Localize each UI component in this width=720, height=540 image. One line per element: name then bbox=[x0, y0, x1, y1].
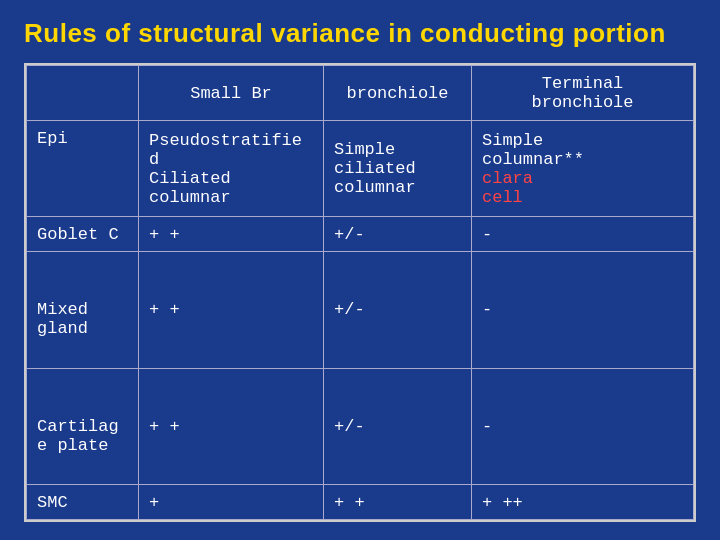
epi-label: Epi bbox=[27, 121, 139, 217]
cartilag-terminal: - bbox=[472, 368, 694, 485]
cartilag-label: Cartilag e plate bbox=[27, 368, 139, 485]
cartilag-smallbr-val: + + bbox=[149, 417, 180, 436]
header-terminal-line1: Terminal bbox=[542, 74, 624, 93]
smc-terminal: + ++ bbox=[472, 485, 694, 520]
epi-terminal-l1: Simple bbox=[482, 131, 543, 150]
table-row-cartilag: Cartilag e plate + + +/- - bbox=[27, 368, 694, 485]
mixed-terminal-val: - bbox=[482, 300, 492, 319]
goblet-terminal: - bbox=[472, 217, 694, 252]
epi-smallbr-l1: Pseudostratifie bbox=[149, 131, 302, 150]
main-table: Small Br bronchiole Terminal bronchiole … bbox=[26, 65, 694, 520]
header-bronchiole: bronchiole bbox=[346, 84, 448, 103]
goblet-label-text: Goblet C bbox=[37, 225, 119, 244]
header-smallbr: Small Br bbox=[190, 84, 272, 103]
smc-smallbr: + bbox=[139, 485, 324, 520]
goblet-bronchiole: +/- bbox=[324, 217, 472, 252]
page-title: Rules of structural variance in conducti… bbox=[24, 18, 696, 49]
smc-smallbr-val: + bbox=[149, 493, 159, 512]
cartilag-smallbr: + + bbox=[139, 368, 324, 485]
mixed-bronchiole: +/- bbox=[324, 251, 472, 368]
page: Rules of structural variance in conducti… bbox=[0, 0, 720, 540]
table-row-mixed: Mixed gland + + +/- - bbox=[27, 251, 694, 368]
epi-terminal-l4: cell bbox=[482, 188, 523, 207]
header-col1 bbox=[27, 66, 139, 121]
header-terminal-line2: bronchiole bbox=[531, 93, 633, 112]
epi-terminal-l2: columnar** bbox=[482, 150, 584, 169]
epi-terminal-l3: clara bbox=[482, 169, 533, 188]
table-wrapper: Small Br bronchiole Terminal bronchiole … bbox=[24, 63, 696, 522]
cartilag-bronchiole: +/- bbox=[324, 368, 472, 485]
smc-bronchiole-val: + + bbox=[334, 493, 365, 512]
epi-bronchiole-l1: Simple bbox=[334, 140, 395, 159]
smc-label-text: SMC bbox=[37, 493, 68, 512]
epi-terminal: Simple columnar** clara cell bbox=[472, 121, 694, 217]
goblet-smallbr-val: + + bbox=[149, 225, 180, 244]
header-col3: bronchiole bbox=[324, 66, 472, 121]
epi-smallbr: Pseudostratifie d Ciliated columnar bbox=[139, 121, 324, 217]
mixed-label: Mixed gland bbox=[27, 251, 139, 368]
mixed-bronchiole-val: +/- bbox=[334, 300, 365, 319]
epi-label-text: Epi bbox=[37, 129, 68, 148]
mixed-smallbr: + + bbox=[139, 251, 324, 368]
smc-terminal-val: + ++ bbox=[482, 493, 523, 512]
mixed-terminal: - bbox=[472, 251, 694, 368]
cartilag-label-text: Cartilag e plate bbox=[37, 417, 119, 455]
goblet-bronchiole-val: +/- bbox=[334, 225, 365, 244]
table-header-row: Small Br bronchiole Terminal bronchiole bbox=[27, 66, 694, 121]
smc-label: SMC bbox=[27, 485, 139, 520]
goblet-label: Goblet C bbox=[27, 217, 139, 252]
table-row-goblet: Goblet C + + +/- - bbox=[27, 217, 694, 252]
epi-smallbr-l4: columnar bbox=[149, 188, 231, 207]
header-col4: Terminal bronchiole bbox=[472, 66, 694, 121]
smc-bronchiole: + + bbox=[324, 485, 472, 520]
table-row-smc: SMC + + + + ++ bbox=[27, 485, 694, 520]
epi-smallbr-l3: Ciliated bbox=[149, 169, 231, 188]
goblet-terminal-val: - bbox=[482, 225, 492, 244]
epi-bronchiole-l2: ciliated bbox=[334, 159, 416, 178]
epi-smallbr-l2: d bbox=[149, 150, 159, 169]
mixed-label-text: Mixed gland bbox=[37, 300, 88, 338]
cartilag-terminal-val: - bbox=[482, 417, 492, 436]
cartilag-bronchiole-val: +/- bbox=[334, 417, 365, 436]
mixed-smallbr-val: + + bbox=[149, 300, 180, 319]
table-row-epi: Epi Pseudostratifie d Ciliated columnar … bbox=[27, 121, 694, 217]
epi-bronchiole-l3: columnar bbox=[334, 178, 416, 197]
epi-bronchiole: Simple ciliated columnar bbox=[324, 121, 472, 217]
goblet-smallbr: + + bbox=[139, 217, 324, 252]
header-col2: Small Br bbox=[139, 66, 324, 121]
